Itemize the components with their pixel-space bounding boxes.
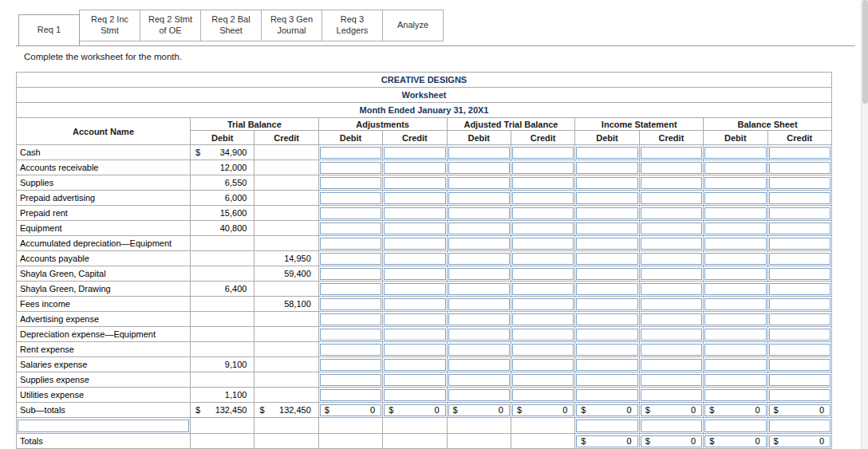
bs-debit-input[interactable]: $0	[704, 435, 766, 447]
bs-debit-input[interactable]	[704, 419, 766, 432]
adj-debit-input[interactable]	[320, 298, 381, 310]
atb-debit-input[interactable]	[448, 374, 510, 386]
is-credit-input[interactable]	[641, 223, 702, 234]
adj-debit-input[interactable]	[320, 329, 381, 341]
adj-credit-input[interactable]	[384, 253, 445, 265]
bs-debit-input[interactable]	[704, 207, 766, 219]
is-credit-input[interactable]	[641, 207, 702, 219]
atb-credit-input[interactable]	[512, 147, 574, 159]
is-credit-input[interactable]: $0	[641, 404, 702, 416]
tab-req-2-stmt-of-oe[interactable]: Req 2 Stmt of OE	[140, 10, 201, 41]
is-debit-input[interactable]	[576, 268, 637, 280]
bs-debit-input[interactable]	[704, 177, 766, 189]
bs-debit-input[interactable]	[704, 223, 766, 234]
atb-credit-input[interactable]	[512, 313, 574, 325]
is-credit-input[interactable]	[641, 192, 702, 204]
is-credit-input[interactable]	[641, 283, 702, 295]
tab-req-2-bal-sheet[interactable]: Req 2 Bal Sheet	[200, 10, 262, 41]
atb-credit-input[interactable]: $0	[512, 404, 574, 416]
bs-debit-input[interactable]	[704, 162, 766, 174]
adj-debit-input[interactable]	[320, 344, 381, 356]
is-debit-input[interactable]	[576, 344, 637, 356]
bs-credit-input[interactable]	[769, 313, 831, 325]
is-debit-input[interactable]	[576, 253, 637, 265]
is-credit-input[interactable]	[641, 374, 702, 386]
adj-credit-input[interactable]	[384, 283, 445, 295]
adj-credit-input[interactable]	[384, 389, 445, 401]
bs-debit-input[interactable]: $0	[704, 404, 766, 416]
is-debit-input[interactable]	[576, 192, 637, 204]
atb-debit-input[interactable]	[448, 344, 510, 356]
atb-debit-input[interactable]	[448, 162, 510, 174]
bs-credit-input[interactable]	[769, 253, 831, 265]
bs-credit-input[interactable]: $0	[769, 435, 831, 447]
is-debit-input[interactable]	[576, 298, 637, 310]
tab-req-3-gen-journal[interactable]: Req 3 Gen Journal	[261, 10, 322, 41]
atb-debit-input[interactable]	[448, 359, 510, 371]
is-credit-input[interactable]	[641, 298, 702, 310]
adj-debit-input[interactable]	[320, 147, 381, 159]
is-credit-input[interactable]	[641, 344, 702, 356]
atb-credit-input[interactable]	[512, 283, 574, 295]
atb-credit-input[interactable]	[512, 238, 574, 250]
bs-debit-input[interactable]	[704, 359, 766, 371]
bs-credit-input[interactable]	[769, 207, 831, 219]
bs-debit-input[interactable]	[704, 344, 766, 356]
is-debit-input[interactable]: $0	[576, 435, 637, 447]
is-credit-input[interactable]	[641, 268, 702, 280]
tab-req-1[interactable]: Req 1	[18, 14, 80, 46]
atb-credit-input[interactable]	[512, 177, 574, 189]
bs-debit-input[interactable]	[704, 389, 766, 401]
adj-debit-input[interactable]	[320, 283, 381, 295]
is-credit-input[interactable]	[641, 238, 702, 250]
adj-debit-input[interactable]	[320, 238, 381, 250]
atb-debit-input[interactable]	[448, 389, 510, 401]
is-debit-input[interactable]	[576, 162, 637, 174]
bs-credit-input[interactable]	[769, 329, 831, 341]
atb-debit-input[interactable]	[448, 253, 510, 265]
atb-credit-input[interactable]	[512, 223, 574, 234]
is-debit-input[interactable]	[576, 329, 637, 341]
atb-credit-input[interactable]	[512, 329, 574, 341]
tab-req-3-ledgers[interactable]: Req 3 Ledgers	[322, 10, 383, 41]
is-credit-input[interactable]	[641, 359, 702, 371]
atb-debit-input[interactable]: $0	[448, 404, 510, 416]
atb-debit-input[interactable]	[448, 283, 510, 295]
bs-debit-input[interactable]	[704, 192, 766, 204]
bs-debit-input[interactable]	[704, 268, 766, 280]
bs-credit-input[interactable]	[769, 359, 831, 371]
bs-credit-input[interactable]: $0	[769, 404, 831, 416]
adj-credit-input[interactable]	[384, 359, 445, 371]
is-credit-input[interactable]	[641, 177, 702, 189]
is-debit-input[interactable]	[576, 283, 637, 295]
is-debit-input[interactable]	[576, 419, 637, 432]
atb-debit-input[interactable]	[448, 223, 510, 234]
is-debit-input[interactable]	[576, 359, 637, 371]
bs-debit-input[interactable]	[704, 253, 766, 265]
atb-credit-input[interactable]	[512, 374, 574, 386]
bs-credit-input[interactable]	[769, 162, 831, 174]
is-credit-input[interactable]	[641, 419, 702, 432]
is-debit-input[interactable]: $0	[576, 404, 637, 416]
adj-credit-input[interactable]	[384, 313, 445, 325]
adj-credit-input[interactable]	[384, 162, 445, 174]
bs-credit-input[interactable]	[769, 374, 831, 386]
bs-credit-input[interactable]	[769, 283, 831, 295]
adj-credit-input[interactable]	[384, 207, 445, 219]
adj-debit-input[interactable]	[320, 223, 381, 234]
adj-debit-input[interactable]	[320, 162, 381, 174]
is-debit-input[interactable]	[576, 374, 637, 386]
atb-debit-input[interactable]	[448, 238, 510, 250]
atb-credit-input[interactable]	[512, 207, 574, 219]
is-credit-input[interactable]	[641, 389, 702, 401]
adj-credit-input[interactable]	[384, 238, 445, 250]
adj-credit-input[interactable]	[384, 344, 445, 356]
adj-debit-input[interactable]	[320, 192, 381, 204]
bs-credit-input[interactable]	[769, 223, 831, 234]
is-credit-input[interactable]	[641, 253, 702, 265]
adj-debit-input[interactable]	[320, 207, 381, 219]
atb-debit-input[interactable]	[448, 177, 510, 189]
atb-credit-input[interactable]	[512, 192, 574, 204]
atb-debit-input[interactable]	[448, 313, 510, 325]
atb-credit-input[interactable]	[512, 253, 574, 265]
